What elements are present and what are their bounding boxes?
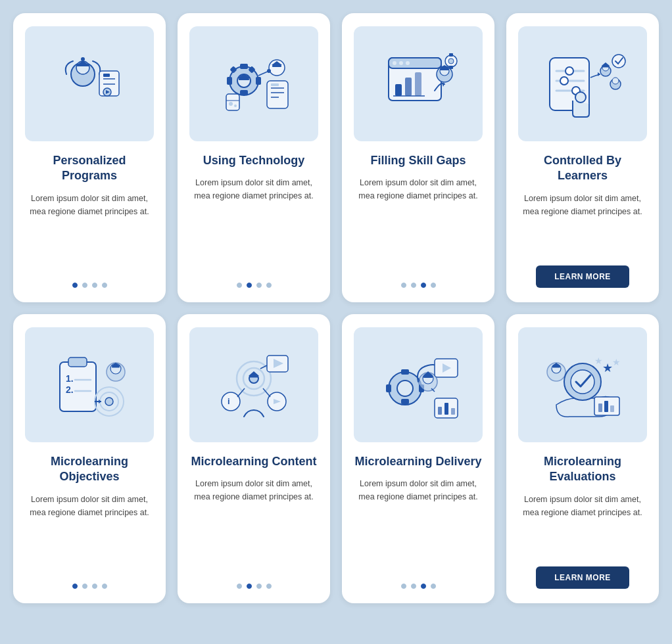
svg-rect-102 <box>401 369 409 375</box>
svg-point-40 <box>399 61 403 65</box>
svg-point-57 <box>565 67 573 75</box>
svg-point-39 <box>393 61 396 65</box>
dot-2-4 <box>266 283 272 288</box>
dot-6-3 <box>256 584 262 589</box>
card-title-2: Using Technology <box>203 153 305 168</box>
svg-point-41 <box>406 61 410 65</box>
dot-3-1 <box>401 283 406 288</box>
dot-5-3 <box>92 584 97 589</box>
card-title-5: Microlearning Objectives <box>25 454 154 485</box>
card-microlearning-objectives: 1. 2. Microlearning Objectives Lorem ips… <box>13 314 166 603</box>
svg-rect-54 <box>449 66 453 69</box>
dot-6-2 <box>247 584 252 589</box>
dot-2-2 <box>247 283 252 288</box>
dot-2-3 <box>256 283 262 288</box>
card-microlearning-evaluations: ★ ★ ★ Microlearning Evaluations Lorem ip… <box>506 314 659 603</box>
svg-rect-11 <box>78 64 87 66</box>
card-filling-skill-gaps: Filling Skill Gaps Lorem ipsum dolor sit… <box>342 13 494 302</box>
card-dots-7 <box>401 584 436 589</box>
card-illustration-1 <box>25 26 154 141</box>
dot-1-1 <box>72 283 78 288</box>
dot-7-4 <box>431 584 436 589</box>
svg-rect-116 <box>451 408 455 415</box>
card-body-2: Lorem ipsum dolor sit dim amet, mea regi… <box>189 176 318 272</box>
card-body-6: Lorem ipsum dolor sit dim amet, mea regi… <box>189 477 318 573</box>
svg-rect-89 <box>249 376 258 378</box>
svg-rect-18 <box>256 77 261 85</box>
svg-point-119 <box>571 370 594 394</box>
svg-rect-126 <box>610 405 614 412</box>
dot-7-2 <box>411 584 416 589</box>
svg-point-91 <box>222 392 240 411</box>
dot-5-1 <box>72 584 78 589</box>
svg-rect-53 <box>449 53 453 57</box>
card-title-1: Personalized Programs <box>25 153 154 184</box>
dot-3-4 <box>431 283 436 288</box>
svg-text:i: i <box>228 396 230 406</box>
svg-rect-124 <box>598 403 602 412</box>
svg-rect-8 <box>103 74 110 77</box>
dot-1-2 <box>82 283 87 288</box>
svg-rect-114 <box>438 407 442 415</box>
svg-rect-48 <box>440 68 449 70</box>
svg-point-52 <box>448 58 454 64</box>
dot-2-1 <box>237 283 242 288</box>
card-illustration-3 <box>354 26 483 141</box>
card-body-7: Lorem ipsum dolor sit dim amet, mea regi… <box>354 477 483 573</box>
svg-rect-16 <box>240 90 248 95</box>
card-title-7: Microlearning Delivery <box>354 454 481 469</box>
card-illustration-7 <box>354 327 483 442</box>
card-illustration-8: ★ ★ ★ <box>518 327 647 442</box>
dot-6-4 <box>266 584 272 589</box>
svg-rect-42 <box>395 84 402 96</box>
card-dots-5 <box>72 584 107 589</box>
card-using-technology: Using Technology Lorem ipsum dolor sit d… <box>178 13 330 302</box>
card-title-8: Microlearning Evaluations <box>518 454 647 485</box>
card-body-1: Lorem ipsum dolor sit dim amet, mea regi… <box>25 192 154 272</box>
svg-point-36 <box>234 104 237 107</box>
card-personalized-programs: Personalized Programs Lorem ipsum dolor … <box>13 13 166 302</box>
dot-7-1 <box>401 584 406 589</box>
svg-rect-17 <box>227 77 232 85</box>
card-dots-2 <box>237 283 272 288</box>
card-grid: Personalized Programs Lorem ipsum dolor … <box>13 13 659 603</box>
svg-rect-24 <box>272 65 281 67</box>
svg-point-69 <box>612 55 625 68</box>
card-controlled-by-learners: Controlled By Learners Lorem ipsum dolor… <box>506 13 659 302</box>
card-title-4: Controlled By Learners <box>518 153 647 184</box>
svg-point-62 <box>575 92 586 103</box>
svg-rect-108 <box>423 376 433 378</box>
svg-point-79 <box>105 398 113 405</box>
svg-marker-70 <box>598 72 600 76</box>
learn-more-button-2[interactable]: LEARN MORE <box>536 566 629 589</box>
svg-point-101 <box>397 380 413 396</box>
card-illustration-4 <box>518 26 647 141</box>
svg-rect-84 <box>112 366 120 368</box>
card-title-3: Filling Skill Gaps <box>370 153 466 168</box>
svg-rect-103 <box>401 399 409 404</box>
svg-point-27 <box>267 69 271 73</box>
learn-more-button-1[interactable]: LEARN MORE <box>536 265 629 288</box>
card-dots-6 <box>237 584 272 589</box>
svg-rect-33 <box>226 94 239 110</box>
card-body-5: Lorem ipsum dolor sit dim amet, mea regi… <box>25 493 154 573</box>
svg-rect-115 <box>444 403 448 415</box>
svg-rect-65 <box>602 66 610 68</box>
svg-marker-90 <box>249 371 259 376</box>
card-illustration-6: i <box>189 327 318 442</box>
svg-rect-104 <box>386 384 391 392</box>
dot-1-3 <box>92 283 97 288</box>
dot-5-2 <box>82 584 87 589</box>
card-body-3: Lorem ipsum dolor sit dim amet, mea regi… <box>354 176 483 272</box>
dot-6-1 <box>237 584 242 589</box>
dot-1-4 <box>102 283 107 288</box>
card-illustration-5: 1. 2. <box>25 327 154 442</box>
dot-3-2 <box>411 283 416 288</box>
dot-7-3 <box>421 584 426 589</box>
card-illustration-2 <box>189 26 318 141</box>
svg-point-68 <box>612 78 619 84</box>
svg-rect-21 <box>239 78 249 80</box>
svg-rect-129 <box>552 366 560 368</box>
svg-point-59 <box>560 77 568 85</box>
svg-rect-44 <box>415 72 421 96</box>
